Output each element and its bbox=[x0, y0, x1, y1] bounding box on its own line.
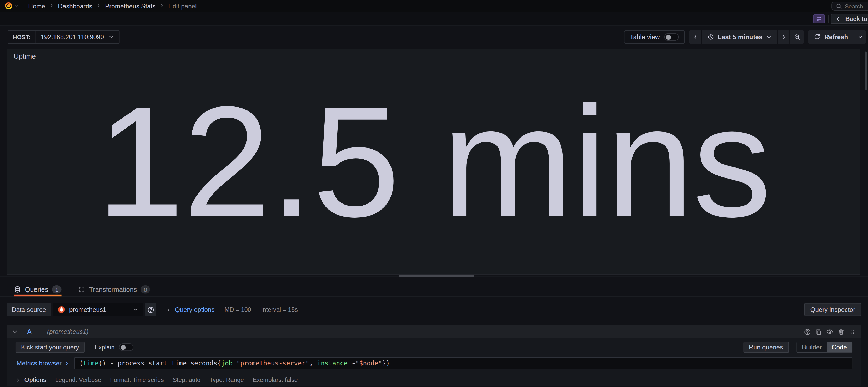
query-expression-input[interactable]: (time() - process_start_time_seconds{job… bbox=[74, 357, 852, 369]
datasource-row: Data source prometheus1 Query options MD… bbox=[7, 303, 861, 316]
expression-token: , bbox=[309, 359, 317, 367]
expression-token: - bbox=[106, 359, 118, 367]
table-view-toggle[interactable]: Table view bbox=[624, 31, 685, 44]
host-variable-label: HOST: bbox=[8, 31, 36, 43]
datasource-help-button[interactable] bbox=[145, 303, 156, 316]
chevron-right-icon bbox=[64, 361, 69, 366]
panel-preview-region: Uptime 12.5 mins bbox=[0, 49, 868, 283]
query-inspector-button[interactable]: Query inspector bbox=[804, 303, 861, 316]
explain-switch[interactable] bbox=[119, 343, 133, 351]
arrow-left-icon bbox=[836, 16, 842, 22]
chevron-right-icon bbox=[96, 3, 101, 8]
grafana-edit-panel-page: Home Dashboards Prometheus Stats Edit pa… bbox=[0, 0, 868, 387]
search-input[interactable] bbox=[831, 2, 868, 10]
split-view-icon-button[interactable] bbox=[813, 14, 825, 23]
database-icon bbox=[14, 286, 21, 293]
option-step: Step: auto bbox=[173, 377, 200, 383]
prometheus-icon bbox=[58, 306, 65, 313]
table-view-label: Table view bbox=[630, 34, 660, 40]
query-options-toggle[interactable]: Query options bbox=[166, 306, 214, 313]
run-queries-button[interactable]: Run queries bbox=[743, 342, 789, 353]
interval-value: Interval = 15s bbox=[261, 306, 298, 313]
hide-query-eye-icon[interactable] bbox=[826, 328, 834, 335]
table-view-switch[interactable] bbox=[664, 33, 679, 41]
tab-transformations-label: Transformations bbox=[89, 286, 137, 293]
time-shift-forward-button[interactable] bbox=[777, 31, 789, 44]
code-mode-option[interactable]: Code bbox=[827, 342, 852, 352]
collapse-chevron-icon[interactable] bbox=[12, 329, 18, 334]
chevron-right-icon bbox=[159, 3, 164, 8]
stat-value: 12.5 mins bbox=[7, 49, 860, 274]
time-picker-group: Last 5 minutes bbox=[689, 31, 804, 44]
time-shift-back-button[interactable] bbox=[689, 31, 701, 44]
builder-mode-option[interactable]: Builder bbox=[797, 342, 827, 352]
queries-count-badge: 1 bbox=[52, 285, 62, 294]
refresh-button[interactable]: Refresh bbox=[808, 31, 854, 44]
breadcrumb-home[interactable]: Home bbox=[28, 2, 45, 9]
expression-token: ) bbox=[102, 359, 106, 367]
editor-tabs: Queries 1 Transformations 0 bbox=[0, 283, 868, 297]
search-field[interactable] bbox=[845, 3, 868, 9]
datasource-selected-value: prometheus1 bbox=[69, 306, 106, 313]
query-ref-id: A bbox=[27, 328, 32, 335]
metrics-browser-button[interactable]: Metrics browser bbox=[16, 357, 74, 369]
expression-token: ( bbox=[98, 359, 102, 367]
back-to-dashboard-button[interactable]: Back to dash bbox=[831, 14, 868, 24]
resize-drag-handle[interactable] bbox=[399, 275, 474, 277]
transformations-icon bbox=[78, 286, 85, 293]
back-to-dashboard-label: Back to dash bbox=[845, 15, 868, 22]
expression-token: instance bbox=[317, 359, 348, 367]
tab-queries[interactable]: Queries 1 bbox=[14, 283, 62, 296]
duplicate-query-icon[interactable] bbox=[815, 328, 822, 335]
expression-token: } bbox=[382, 359, 386, 367]
expression-token: ( bbox=[79, 359, 83, 367]
search-icon bbox=[836, 3, 842, 9]
option-legend: Legend: Verbose bbox=[55, 377, 101, 383]
breadcrumb-dashboard-title[interactable]: Prometheus Stats bbox=[105, 2, 155, 9]
options-toggle[interactable]: Options bbox=[16, 377, 46, 383]
clock-icon bbox=[707, 34, 714, 40]
stat-panel: Uptime 12.5 mins bbox=[7, 49, 860, 275]
breadcrumb-dashboards[interactable]: Dashboards bbox=[58, 2, 92, 9]
sub-nav: Back to dash bbox=[0, 12, 868, 25]
breadcrumb: Home Dashboards Prometheus Stats Edit pa… bbox=[28, 2, 196, 9]
grafana-logo[interactable] bbox=[4, 2, 13, 10]
datasource-label: Data source bbox=[7, 303, 51, 316]
time-range-picker[interactable]: Last 5 minutes bbox=[701, 31, 777, 44]
help-icon[interactable] bbox=[804, 328, 811, 335]
drag-handle-icon[interactable] bbox=[848, 328, 856, 335]
time-range-label: Last 5 minutes bbox=[718, 34, 762, 40]
query-editor-row: A (prometheus1) bbox=[7, 325, 861, 386]
option-format: Format: Time series bbox=[110, 377, 164, 383]
expression-token: = bbox=[232, 359, 237, 367]
chevron-down-icon bbox=[108, 34, 114, 40]
chevron-right-icon bbox=[166, 307, 171, 312]
refresh-group: Refresh bbox=[808, 31, 866, 44]
delete-query-trash-icon[interactable] bbox=[837, 328, 845, 335]
expression-token: "$node" bbox=[355, 359, 382, 367]
host-variable-dropdown[interactable]: HOST: 192.168.201.110:9090 bbox=[8, 31, 120, 44]
chevron-right-icon bbox=[49, 3, 54, 8]
transformations-count-badge: 0 bbox=[141, 285, 150, 294]
query-row-header[interactable]: A (prometheus1) bbox=[7, 325, 861, 338]
chevron-down-icon[interactable] bbox=[14, 3, 20, 8]
zoom-out-time-button[interactable] bbox=[789, 31, 804, 44]
expression-token: process_start_time_seconds bbox=[118, 359, 217, 367]
expression-token: job bbox=[221, 359, 232, 367]
option-type: Type: Range bbox=[210, 377, 244, 383]
explain-label: Explain bbox=[94, 344, 115, 351]
query-options-label: Query options bbox=[175, 306, 215, 313]
tab-transformations[interactable]: Transformations 0 bbox=[78, 283, 150, 296]
host-variable-value: 192.168.201.110:9090 bbox=[41, 34, 104, 40]
expression-token: "prometheus-server" bbox=[237, 359, 309, 367]
chevron-down-icon bbox=[766, 34, 772, 40]
refresh-interval-dropdown[interactable] bbox=[854, 31, 866, 44]
kick-start-query-button[interactable]: Kick start your query bbox=[16, 342, 85, 353]
expression-token: time bbox=[83, 359, 98, 367]
scrollbar-thumb[interactable] bbox=[865, 52, 867, 90]
divider bbox=[828, 15, 829, 23]
explain-toggle[interactable]: Explain bbox=[94, 343, 133, 351]
metrics-browser-label: Metrics browser bbox=[17, 360, 62, 366]
datasource-picker[interactable]: prometheus1 bbox=[53, 303, 143, 316]
tab-queries-label: Queries bbox=[25, 286, 48, 293]
